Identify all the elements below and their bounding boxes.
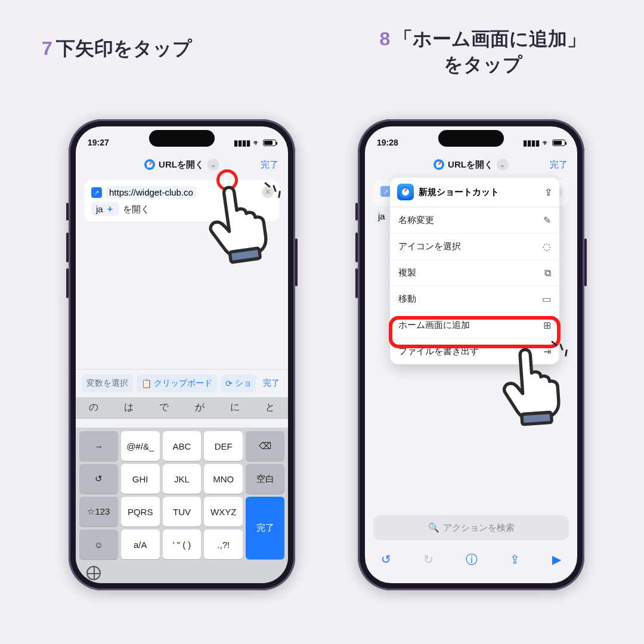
ja-chip: ja [378,211,385,221]
dynamic-island [149,130,215,147]
pencil-icon: ✎ [543,215,551,226]
menu-item-rename[interactable]: 名称変更 ✎ [390,207,559,233]
key-backspace[interactable]: ⌫ [246,431,284,461]
pointing-hand-icon [497,342,568,429]
key-def[interactable]: DEF [204,431,243,461]
info-icon[interactable]: ⓘ [466,552,478,568]
safari-icon [434,159,444,170]
key-next[interactable]: → [79,431,118,461]
wifi-icon: ᯤ [253,138,261,147]
nav-bar: URLを開く ⌄ 完了 [76,153,288,177]
step-7-number: 7 [42,38,52,59]
key-done[interactable]: 完了 [246,497,284,559]
search-icon: 🔍 [428,522,439,533]
step-8-number: 8 [380,28,391,49]
suggestion-done[interactable]: 完了 [261,374,282,392]
key-abc[interactable]: ABC [163,431,202,461]
play-icon[interactable]: ▶ [552,552,561,566]
dynamic-island [438,130,504,147]
predictive-bar: の は で が に と [76,397,288,419]
redo-icon: ↻ [423,552,434,566]
undo-icon[interactable]: ↺ [381,552,391,566]
menu-title: 新規ショートカット [419,187,499,198]
predict-4[interactable]: が [195,401,205,414]
predict-2[interactable]: は [124,401,134,414]
chevron-down-icon[interactable]: ⌄ [208,159,219,171]
share-icon[interactable]: ⇪ [510,552,520,566]
bottom-toolbar: ↺ ↻ ⓘ ⇪ ▶ [365,547,577,571]
sug-shortcut-chip[interactable]: ⟳ ショ [221,374,256,392]
done-button[interactable]: 完了 [261,159,278,171]
done-button[interactable]: 完了 [550,159,568,171]
ja-chip-row: ja [373,210,390,222]
url-value[interactable]: https://widget-club.co [109,187,193,197]
predict-6[interactable]: と [265,401,275,414]
signal-icon: ▮▮▮▮ [234,138,250,147]
sug-variable-chip[interactable]: 変数を選択 [82,374,133,392]
menu-item-label: アイコンを選択 [398,241,461,252]
key-quotes[interactable]: ' " ( ) [163,530,202,559]
keyboard: → @#/&_ ABC DEF ⌫ ↺ GHI JKL MNO 空白 ☆123 … [76,428,288,563]
svg-rect-0 [230,248,260,262]
battery-icon [552,140,565,146]
key-emoji[interactable]: ☺ [79,530,118,559]
keyboard-footer [76,563,288,583]
open-suffix-label: を開く [123,204,150,214]
key-punct[interactable]: .,?! [204,530,243,559]
key-space[interactable]: 空白 [246,464,284,494]
battery-icon [263,140,276,146]
menu-header: 新規ショートカット ⇪ [390,178,559,207]
dashed-square-icon: ◌ [543,241,551,252]
status-time: 19:27 [88,138,109,147]
wifi-icon: ᯤ [542,138,550,147]
step-7-title: 7下矢印をタップ [42,36,192,62]
nav-bar: URLを開く ⌄ 完了 [365,153,577,177]
menu-item-choose-icon[interactable]: アイコンを選択 ◌ [390,233,559,259]
key-num[interactable]: ☆123 [79,497,118,527]
predict-5[interactable]: に [230,401,240,414]
phone-mockup-step7: 19:27 ▮▮▮▮ ᯤ URLを開く ⌄ 完了 ✕ ↗ https://wid… [69,119,295,590]
menu-item-duplicate[interactable]: 複製 ⧉ [390,259,559,286]
pointing-hand-icon [200,177,277,269]
suggestion-bar: 変数を選択 📋 クリップボード ⟳ ショ 完了 [76,369,288,397]
open-url-icon: ↗ [91,187,102,198]
add-variable-icon[interactable]: ＋ [106,203,114,215]
search-actions-field[interactable]: 🔍 アクションを検索 [373,515,569,540]
key-jkl[interactable]: JKL [163,464,202,494]
predict-1[interactable]: の [89,401,98,414]
svg-rect-1 [522,412,552,425]
menu-item-label: 複製 [398,267,416,278]
key-case[interactable]: a/A [121,530,160,559]
key-undo[interactable]: ↺ [79,464,118,494]
copy-icon: ⧉ [544,268,551,278]
signal-icon: ▮▮▮▮ [523,138,540,147]
phone-screen: 19:28 ▮▮▮▮ ᯤ URLを開く ⌄ 完了 ✕ ↗ ja [365,126,577,583]
step-8-text: 「ホーム画面に追加」 をタップ [394,28,586,75]
menu-item-move[interactable]: 移動 ▭ [390,286,559,312]
shortcut-app-icon [397,184,414,200]
phone-mockup-step8: 19:28 ▮▮▮▮ ᯤ URLを開く ⌄ 完了 ✕ ↗ ja [358,119,584,590]
nav-title: URLを開く [448,159,493,171]
key-sym[interactable]: @#/&_ [121,431,160,461]
folder-icon: ▭ [542,293,551,305]
chevron-down-icon[interactable]: ⌄ [497,159,509,171]
menu-item-label: 移動 [398,293,416,305]
status-time: 19:28 [377,138,398,147]
sug-clipboard-chip[interactable]: 📋 クリップボード [137,374,217,392]
ja-chip[interactable]: ja [96,204,103,214]
safari-icon [144,159,155,170]
nav-title: URLを開く [159,159,204,171]
globe-icon[interactable] [86,566,101,580]
predict-3[interactable]: で [159,401,169,414]
key-tuv[interactable]: TUV [163,497,202,527]
key-wxyz[interactable]: WXYZ [204,497,243,527]
share-icon[interactable]: ⇪ [544,187,552,198]
search-placeholder: アクションを検索 [443,522,515,534]
step-8-title: 8「ホーム画面に追加」 をタップ [340,26,626,78]
key-pqrs[interactable]: PQRS [121,497,160,527]
phone-screen: 19:27 ▮▮▮▮ ᯤ URLを開く ⌄ 完了 ✕ ↗ https://wid… [76,126,288,583]
step-7-text: 下矢印をタップ [56,38,192,59]
key-mno[interactable]: MNO [204,464,243,494]
key-ghi[interactable]: GHI [121,464,160,494]
menu-item-label: 名称変更 [398,215,434,226]
